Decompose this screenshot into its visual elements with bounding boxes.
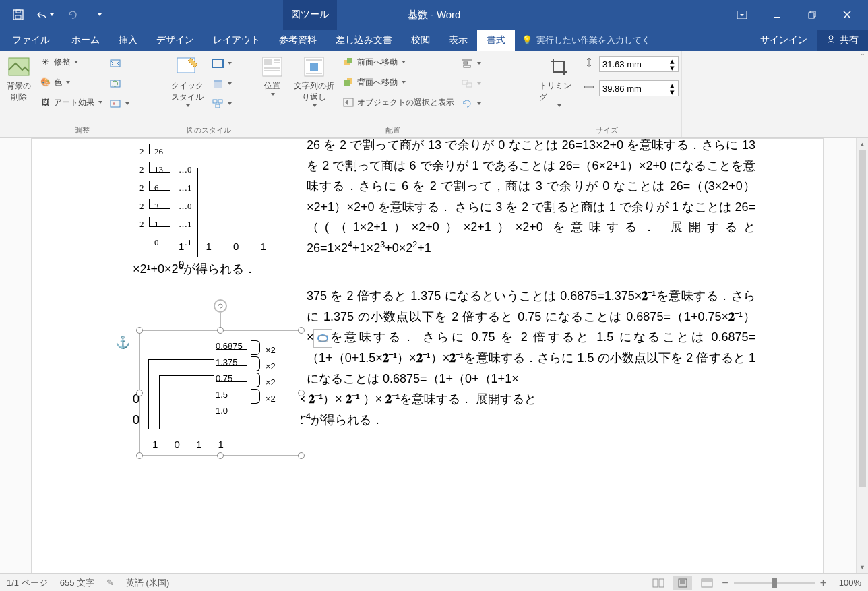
corrections-button[interactable]: ☀修整 [36,52,105,72]
tab-review[interactable]: 校閲 [402,30,439,51]
qat-customize-icon[interactable] [90,6,108,24]
selected-picture[interactable]: ⚓ 0.6875×21.375×20.75×21.5×21.0 1 0 1 1 [140,330,301,456]
tab-insert[interactable]: 挿入 [109,30,147,51]
web-layout-icon[interactable] [698,576,716,590]
spellcheck-icon[interactable]: ✎ [106,578,114,588]
resize-handle-ne[interactable] [298,327,305,334]
status-bar: 1/1 ページ 655 文字 ✎ 英語 (米国) − + 100% [0,573,868,591]
undo-icon[interactable] [36,6,54,24]
svg-rect-27 [310,63,318,71]
send-backward-icon [342,76,354,88]
resize-handle-se[interactable] [298,452,305,459]
selection-pane-button[interactable]: オブジェクトの選択と表示 [340,92,457,113]
contextual-tab-picture-tools: 図ツール [283,0,337,30]
bring-forward-button[interactable]: 前面へ移動 [340,52,457,72]
reset-picture-button[interactable] [106,94,132,114]
status-words[interactable]: 655 文字 [60,577,94,589]
quick-styles-label: クイック スタイル [171,80,204,103]
tn5: 𝟐⁻¹ [416,351,431,365]
height-down[interactable]: ▾ [667,64,677,71]
save-icon[interactable] [9,6,27,24]
crop-button[interactable]: トリミング [535,52,582,110]
tab-view[interactable]: 表示 [439,30,477,51]
document-page[interactable]: 226213…026…123…021…10…1 1 1 0 1 0 26 を 2… [31,138,824,573]
effects-icon [212,77,224,90]
close-icon[interactable] [832,5,863,24]
change-picture-button[interactable] [106,73,132,94]
tn8: 𝟐⁻¹ [309,392,323,406]
tab-file[interactable]: ファイル [0,30,62,51]
zoom-thumb[interactable] [772,578,777,588]
svg-rect-18 [218,100,222,103]
artistic-effects-button[interactable]: 🖼アート効果 [36,92,105,113]
resize-handle-sw[interactable] [136,452,143,459]
picture-effects-button[interactable] [209,73,235,94]
scroll-down[interactable]: ▼ [857,561,868,573]
vertical-scrollbar[interactable]: ▲ ▼ [856,138,868,573]
resize-handle-w[interactable] [136,390,143,396]
tell-me-search[interactable]: 💡実行したい作業を入力してく [515,30,751,51]
minimize-icon[interactable] [762,5,793,24]
p2f: ）× [431,351,450,365]
picture-layout-button[interactable] [209,94,235,114]
print-layout-icon[interactable] [673,576,692,590]
scroll-thumb[interactable] [859,150,866,487]
quick-styles-button[interactable]: クイック スタイル [167,52,208,110]
wrap-text-button[interactable]: 文字列の折 り返し [290,52,338,110]
tab-layout[interactable]: レイアウト [204,30,270,51]
height-icon [583,57,595,71]
scroll-up[interactable]: ▲ [857,138,868,150]
share-button[interactable]: 共有 [817,30,868,51]
tab-home[interactable]: ホーム [62,30,109,51]
tab-references[interactable]: 参考資料 [270,30,326,51]
zoom-out-button[interactable]: − [722,577,728,589]
resize-handle-s[interactable] [217,452,224,459]
resize-handle-n[interactable] [217,327,224,334]
remove-bg-label: 背景の 削除 [7,80,31,103]
height-input[interactable]: 31.63 mm▴▾ [599,56,679,72]
collapse-ribbon-icon[interactable]: ˇ [861,53,864,63]
signin-link[interactable]: サインイン [751,30,817,51]
svg-rect-10 [111,60,120,67]
tab-format[interactable]: 書式 [477,30,515,51]
rotate-handle[interactable] [214,299,227,313]
svg-rect-0 [13,10,23,20]
rotate-button[interactable] [458,94,484,114]
align-icon [461,57,473,69]
zoom-slider[interactable] [734,582,815,584]
zoom-in-button[interactable]: + [820,577,826,589]
tn4: 𝟐⁻¹ [383,351,397,365]
width-input[interactable]: 39.86 mm▴▾ [599,80,679,96]
group-objects-button[interactable] [458,73,484,94]
zoom-level[interactable]: 100% [832,578,861,588]
position-button[interactable]: 位置 [256,52,288,98]
tab-mailings[interactable]: 差し込み文書 [326,30,402,51]
anchor-icon: ⚓ [115,332,130,353]
reset-picture-icon [109,98,121,110]
svg-rect-44 [653,579,658,587]
svg-rect-33 [344,80,350,86]
ribbon-display-icon[interactable] [726,5,757,24]
restore-icon[interactable] [797,5,828,24]
paragraph-2: 375 を 2 倍すると 1.375 になるということは 0.6875=1.37… [307,286,755,389]
resize-handle-e[interactable] [298,390,305,396]
tab-design[interactable]: デザイン [147,30,204,51]
color-button[interactable]: 🎨色 [36,72,105,92]
svg-rect-36 [464,62,468,64]
read-mode-icon[interactable] [649,576,668,590]
redo-icon[interactable] [63,6,81,24]
wrap-label: 文字列の折 り返し [294,80,334,103]
resize-handle-nw[interactable] [136,327,143,334]
align-button[interactable] [458,53,484,73]
send-backward-button[interactable]: 背面へ移動 [340,72,457,92]
compress-pictures-button[interactable] [106,53,132,73]
layout-options-button[interactable] [313,329,332,348]
p2e: ）× [397,351,416,365]
width-down[interactable]: ▾ [667,88,677,95]
picture-border-button[interactable] [209,53,235,73]
position-icon [260,55,284,79]
status-language[interactable]: 英語 (米国) [126,577,169,589]
remove-background-button[interactable]: 背景の 削除 [3,52,35,106]
status-page[interactable]: 1/1 ページ [7,577,48,589]
height-value: 31.63 mm [602,59,642,69]
